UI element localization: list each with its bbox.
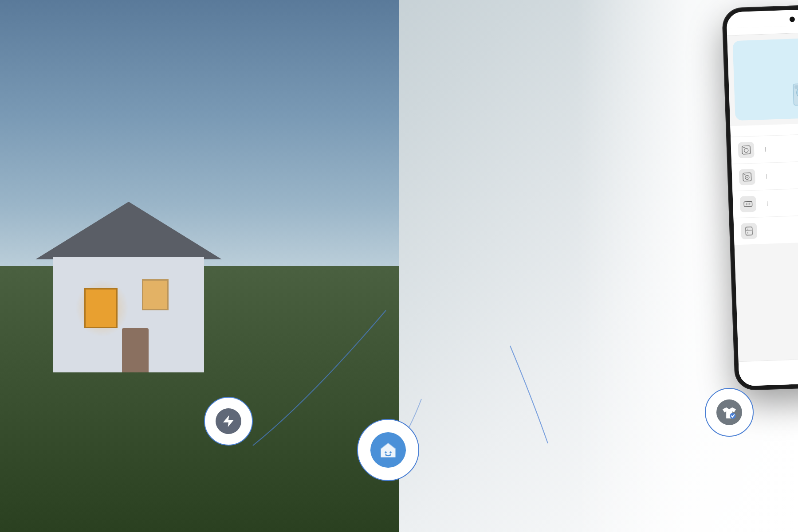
washer-icon bbox=[738, 142, 755, 158]
house-background bbox=[0, 0, 399, 532]
camera-notch bbox=[789, 16, 794, 22]
phone-screen: ▿ bbox=[726, 7, 798, 386]
home-icon bbox=[370, 432, 406, 468]
house-window-left bbox=[84, 288, 118, 328]
house-door bbox=[122, 328, 149, 372]
house-roof bbox=[35, 202, 222, 259]
house-body bbox=[53, 257, 204, 372]
home-circle[interactable] bbox=[357, 419, 419, 481]
svg-rect-24 bbox=[746, 227, 752, 235]
ac-category: | bbox=[761, 197, 798, 206]
status-bar: ▿ bbox=[726, 7, 798, 28]
header-title bbox=[738, 27, 798, 31]
svg-rect-14 bbox=[743, 147, 746, 148]
banner-message bbox=[740, 46, 798, 48]
ac-info: | bbox=[761, 197, 798, 207]
svg-marker-28 bbox=[223, 415, 234, 427]
svg-point-30 bbox=[389, 451, 391, 453]
laundry-circle[interactable] bbox=[705, 388, 754, 437]
dryer-icon bbox=[739, 169, 755, 185]
svg-rect-18 bbox=[744, 174, 746, 175]
ac-icon bbox=[740, 196, 756, 212]
phone-frame: ▿ bbox=[723, 4, 798, 390]
washer-info: | bbox=[759, 143, 798, 153]
banner-card bbox=[733, 36, 798, 121]
fridge-category bbox=[762, 224, 798, 233]
svg-rect-2 bbox=[794, 85, 798, 89]
fridge-info bbox=[762, 224, 798, 234]
laundry-icon bbox=[716, 399, 742, 425]
device-item-washer[interactable]: | bbox=[731, 132, 798, 164]
svg-line-25 bbox=[746, 230, 752, 231]
energy-icon bbox=[216, 408, 241, 434]
device-item-dryer[interactable]: | bbox=[731, 159, 798, 191]
fridge-icon bbox=[741, 223, 757, 239]
dryer-category: | bbox=[760, 170, 798, 179]
device-item-fridge[interactable] bbox=[733, 213, 798, 245]
svg-point-13 bbox=[744, 149, 748, 153]
bottom-nav bbox=[739, 356, 798, 386]
banner-illustration bbox=[790, 55, 798, 115]
device-item-ac[interactable]: | bbox=[732, 186, 798, 218]
house-window-right bbox=[142, 279, 169, 310]
svg-point-29 bbox=[385, 451, 386, 453]
energy-circle[interactable] bbox=[204, 397, 253, 446]
dryer-info: | bbox=[760, 170, 798, 180]
svg-point-17 bbox=[746, 176, 748, 178]
washer-category: | bbox=[759, 143, 798, 152]
app-content: | | bbox=[727, 31, 798, 386]
house-illustration bbox=[35, 204, 222, 372]
svg-point-31 bbox=[730, 413, 735, 419]
banner-svg bbox=[790, 55, 798, 115]
